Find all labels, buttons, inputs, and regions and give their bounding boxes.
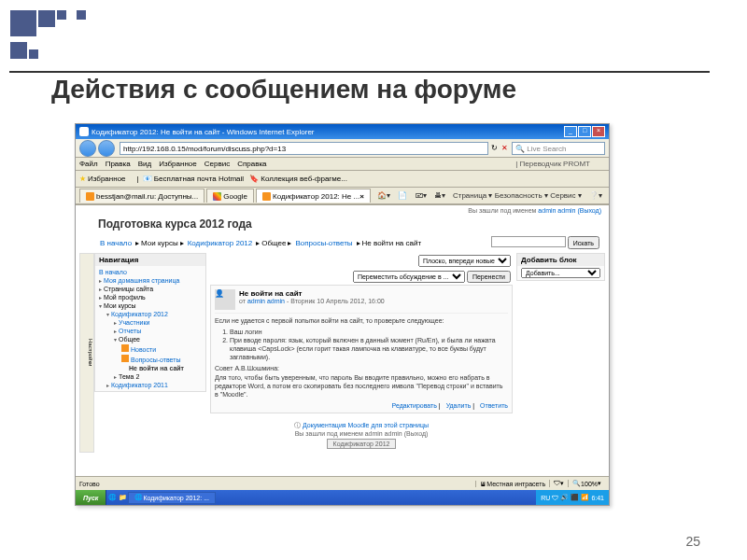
forum-search-button[interactable]: Искать: [568, 236, 599, 249]
tab-moodle[interactable]: Кодификатор 2012: Не ... ×: [256, 189, 371, 203]
forward-button[interactable]: [98, 140, 115, 157]
nav-item[interactable]: ▾Кодификатор 2012: [99, 310, 202, 318]
nav-item[interactable]: ▸Отчеты: [99, 327, 202, 335]
nav-item: Не войти на сайт: [99, 364, 202, 372]
zone-indicator: 🖥 Местная интрасеть: [475, 481, 549, 487]
refresh-icon[interactable]: ↻: [491, 144, 498, 152]
delete-link[interactable]: Удалить: [446, 402, 472, 409]
post-author[interactable]: admin admin: [247, 298, 285, 304]
window-titlebar: Кодификатор 2012: Не войти на сайт - Win…: [76, 124, 609, 139]
bc-3: Общее: [261, 239, 286, 247]
post-body: Если не удается с первой попытки войти н…: [215, 316, 508, 399]
move-button[interactable]: Перенести: [467, 271, 511, 283]
menu-view[interactable]: Вид: [138, 160, 151, 168]
menu-bar: Файл Правка Вид Избранное Сервис Справка…: [76, 158, 609, 171]
menu-tools[interactable]: Сервис: [204, 160, 230, 168]
bc-1: Мои курсы: [141, 239, 178, 247]
avatar: 👤: [215, 289, 235, 310]
nav-item[interactable]: Вопросы-ответы: [99, 354, 202, 364]
slide-decoration: [9, 9, 710, 73]
add-block-select[interactable]: Добавить...: [521, 268, 600, 278]
menu-file[interactable]: Файл: [79, 160, 98, 168]
post-byline: от admin admin - Вторник 10 Апрель 2012,…: [239, 298, 385, 304]
slide-title: Действия с сообщением на форуме: [51, 75, 747, 105]
protected-mode: 🛡▾: [549, 480, 568, 487]
nav-item[interactable]: В начало: [99, 268, 202, 276]
nav-item[interactable]: ▸Участники: [99, 318, 202, 327]
move-discussion-select[interactable]: Переместить обсуждение в ...: [353, 271, 465, 283]
settings-rail[interactable]: Настройки: [79, 253, 94, 453]
taskbar: Пуск 🌐📁 🌐 Кодификатор 2012: ... RU🛡🔊⬛📶6:…: [76, 490, 609, 505]
docs-link[interactable]: Документация Moodle для этой страницы: [303, 422, 429, 428]
home-button[interactable]: Кодификатор 2012: [327, 439, 397, 449]
nav-item: ▸Страницы сайта: [99, 285, 202, 293]
bc-5: Не войти на сайт: [362, 239, 422, 247]
maximize-button[interactable]: □: [578, 126, 591, 137]
nav-item: ▾Общее: [99, 335, 202, 343]
bc-home[interactable]: В начало: [100, 239, 132, 247]
back-button[interactable]: [79, 140, 96, 157]
start-button[interactable]: Пуск: [76, 490, 106, 505]
nav-item[interactable]: ▸Моя домашняя страница: [99, 276, 202, 285]
nav-item[interactable]: Новости: [99, 343, 202, 354]
page-content: Вы зашли под именем admin admin (Выход) …: [76, 204, 609, 484]
bc-2[interactable]: Кодификатор 2012: [188, 239, 253, 247]
add-block-title: Добавить блок: [517, 254, 604, 266]
bc-4[interactable]: Вопросы-ответы: [295, 239, 352, 247]
screenshot: Кодификатор 2012: Не войти на сайт - Win…: [75, 123, 610, 506]
taskbar-item[interactable]: 🌐 Кодификатор 2012: ...: [128, 492, 216, 504]
breadcrumb: В начало▸ Мои курсы▸ Кодификатор 2012▸ О…: [76, 234, 609, 253]
tab-google[interactable]: Google: [206, 189, 254, 203]
logout-link[interactable]: (Выход): [577, 207, 601, 214]
forum-post: 👤 Не войти на сайт от admin admin - Втор…: [210, 285, 513, 413]
add-block: Добавить блок Добавить...: [516, 253, 605, 281]
star-icon[interactable]: ★: [79, 175, 86, 183]
translator-label[interactable]: Переводчик PROMT: [520, 160, 590, 168]
status-bar: Готово 🖥 Местная интрасеть 🛡▾ 🔍100% ▾: [76, 476, 609, 490]
tab-bar: besstjan@mail.ru: Доступны... Google Код…: [76, 188, 609, 204]
close-button[interactable]: ×: [592, 126, 605, 137]
moodle-footer: ⓘ Документация Moodle для этой страницы …: [210, 417, 513, 453]
stop-icon[interactable]: ✕: [501, 144, 508, 152]
nav-block-title: Навигация: [95, 254, 205, 266]
ie-icon: [79, 127, 89, 136]
user-link[interactable]: admin admin: [538, 207, 575, 214]
page-number: 25: [685, 534, 700, 549]
edit-link[interactable]: Редактировать: [392, 402, 437, 409]
forum-search-input[interactable]: [491, 236, 566, 247]
menu-help[interactable]: Справка: [237, 160, 266, 168]
tab-mail[interactable]: besstjan@mail.ru: Доступны...: [79, 189, 204, 203]
window-title: Кодификатор 2012: Не войти на сайт - Win…: [92, 128, 563, 136]
reply-link[interactable]: Ответить: [480, 402, 508, 409]
minimize-button[interactable]: _: [564, 126, 577, 137]
nav-item: ▾Мои курсы: [99, 301, 202, 310]
url-input[interactable]: http://192.168.0.15/mod/forum/discuss.ph…: [120, 142, 488, 155]
footer-login: Вы зашли под именем admin admin (Выход): [214, 430, 509, 437]
nav-item: ▸Мой профиль: [99, 293, 202, 301]
login-info: Вы зашли под именем admin admin (Выход): [76, 205, 609, 216]
favorites-bar: ★Избранное | 📧 Бесплатная почта Hotmail …: [76, 171, 609, 188]
navigation-block: Навигация В начало▸Моя домашняя страница…: [94, 253, 206, 392]
favorites-label[interactable]: Избранное: [88, 175, 126, 183]
search-input[interactable]: 🔍 Live Search: [512, 142, 605, 155]
fav-link-2[interactable]: 🔖 Коллекция веб-фрагме...: [249, 175, 347, 183]
zoom-indicator[interactable]: 🔍100% ▾: [568, 480, 605, 487]
display-mode-select[interactable]: Плоско, впереди новые: [418, 255, 511, 267]
menu-edit[interactable]: Правка: [106, 160, 131, 168]
post-actions: Редактировать | Удалить | Ответить: [215, 402, 508, 409]
nav-item: ▸Тема 2: [99, 372, 202, 381]
fav-link-1[interactable]: 📧 Бесплатная почта Hotmail: [143, 175, 244, 183]
course-title: Подготовка курса 2012 года: [76, 216, 609, 234]
nav-item[interactable]: ▸Кодификатор 2011: [99, 381, 202, 389]
menu-fav[interactable]: Избранное: [159, 160, 197, 168]
system-tray[interactable]: RU🛡🔊⬛📶6:41: [536, 490, 609, 505]
address-bar: http://192.168.0.15/mod/forum/discuss.ph…: [76, 139, 609, 158]
post-subject: Не войти на сайт: [239, 289, 385, 298]
page-tools[interactable]: 🏠▾ 📄 🖃▾ 🖶▾ Страница ▾ Безопасность ▾ Сер…: [374, 191, 605, 200]
status-text: Готово: [79, 481, 475, 487]
